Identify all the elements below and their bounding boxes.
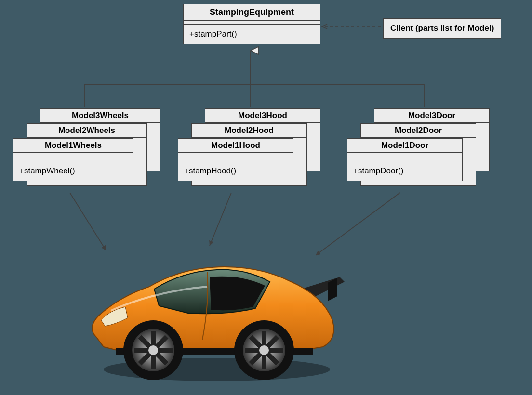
client-box: Client (parts list for Model)	[383, 18, 501, 39]
class-title: Model1Wheels	[13, 139, 133, 153]
class-title: Model3Hood	[205, 109, 320, 123]
class-stamping-equipment: StampingEquipment +stampPart()	[183, 4, 320, 44]
class-op: +stampPart()	[184, 25, 320, 44]
class-op: +stampWheel()	[13, 161, 133, 181]
class-attrs-empty	[13, 153, 133, 161]
svg-point-14	[259, 345, 269, 355]
arrow-wheels-car	[70, 193, 106, 250]
class-title: Model1Hood	[178, 139, 293, 153]
class-model1-wheels: Model1Wheels +stampWheel()	[13, 138, 133, 181]
class-title: Model2Door	[361, 124, 476, 138]
class-title: Model1Door	[347, 139, 462, 153]
class-model1-door: Model1Door +stampDoor()	[347, 138, 463, 181]
class-op: +stampDoor()	[347, 161, 462, 181]
class-title: Model2Wheels	[27, 124, 146, 138]
car-image	[82, 243, 352, 388]
svg-point-7	[148, 345, 158, 355]
class-title: Model3Wheels	[40, 109, 160, 123]
class-title: StampingEquipment	[184, 4, 320, 21]
gen-branch-door	[251, 64, 424, 107]
class-attrs-empty	[347, 153, 462, 161]
class-op: +stampHood()	[178, 161, 293, 181]
class-attrs-empty	[178, 153, 293, 161]
client-label: Client (parts list for Model)	[390, 24, 494, 33]
class-title: Model2Hood	[192, 124, 306, 138]
gen-branch-wheels	[84, 64, 251, 107]
class-attrs-empty	[184, 21, 320, 25]
class-title: Model3Door	[374, 109, 489, 123]
arrow-hood-car	[210, 193, 231, 246]
class-model1-hood: Model1Hood +stampHood()	[178, 138, 293, 181]
